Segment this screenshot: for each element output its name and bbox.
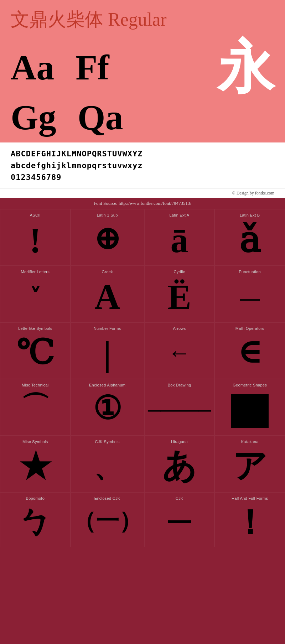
char-display-halffulls: ！ <box>233 506 267 540</box>
char-display-greek: Α <box>94 279 120 315</box>
char-display-enclosed-alpha: ① <box>93 393 122 425</box>
source-info: Font Source: http://www.fontke.com/font/… <box>0 198 285 209</box>
glyph-chinese-yong: 永 <box>217 39 274 96</box>
char-label-bopomofo: Bopomofo <box>26 496 45 500</box>
char-display-misctech: ⌒ <box>21 393 50 421</box>
char-display-latinextb: ǎ <box>239 223 260 258</box>
char-label-misctech: Misc Technical <box>22 383 49 387</box>
digits: 0123456789 <box>11 171 274 183</box>
char-label-cjksymbols: CJK Symbols <box>95 440 119 444</box>
char-label-numberforms: Number Forms <box>94 326 121 331</box>
char-display-enclosedcjk: （一） <box>73 509 142 533</box>
char-cell-miscsymbols: Misc Symbols ★ <box>0 436 71 492</box>
char-label-enclosed-alpha: Enclosed Alphanum <box>89 383 125 387</box>
sample-glyphs-row2: Gg Qa <box>11 100 274 142</box>
char-display-arrows: ← <box>168 341 191 364</box>
char-cell-latin1sup: Latin 1 Sup ⊕ <box>71 209 144 266</box>
alphabet-lower: abcdefghijklmnopqrstuvwxyz <box>11 160 274 171</box>
char-cell-enclosed-alpha: Enclosed Alphanum ① <box>71 379 144 436</box>
char-display-latinexta: ā <box>170 223 188 258</box>
char-cell-greek: Greek Α <box>71 266 144 322</box>
char-cell-enclosedcjk: Enclosed CJK （一） <box>71 492 144 547</box>
char-label-ascii: ASCII <box>30 213 41 217</box>
char-cell-hiragana: Hiragana あ <box>144 436 215 492</box>
char-cell-mathops: Math Operators ∈ <box>214 322 285 379</box>
char-label-hiragana: Hiragana <box>171 440 188 444</box>
char-cell-modifier: Modifier Letters ˅ <box>0 266 71 322</box>
char-label-greek: Greek <box>102 270 113 274</box>
char-grid: ASCII ! Latin 1 Sup ⊕ Latin Ext A ā Lati… <box>0 209 285 547</box>
char-display-geoshapes <box>231 394 269 428</box>
char-display-miscsymbols: ★ <box>19 449 51 485</box>
char-label-latinextb: Latin Ext B <box>240 213 260 217</box>
char-cell-cjksymbols: CJK Symbols 、 <box>71 436 144 492</box>
char-display-letterlike: ℃ <box>16 336 54 370</box>
char-cell-cjk: CJK 一 <box>144 492 215 547</box>
char-display-boxdrawing: ───── <box>148 401 211 419</box>
char-display-latin1sup: ⊕ <box>94 223 120 255</box>
char-label-cjk: CJK <box>176 496 183 500</box>
char-label-punctuation: Punctuation <box>239 270 260 274</box>
char-label-letterlike: Letterlike Symbols <box>18 326 52 331</box>
char-cell-letterlike: Letterlike Symbols ℃ <box>0 322 71 379</box>
char-cell-ascii: ASCII ! <box>0 209 71 266</box>
char-label-geoshapes: Geometric Shapes <box>233 383 267 387</box>
char-display-numberforms: | <box>103 336 111 372</box>
char-label-cyrilic: Cyrilic <box>173 270 185 274</box>
char-cell-boxdrawing: Box Drawing ───── <box>144 379 215 436</box>
glyph-gg: Gg <box>11 100 56 135</box>
char-display-hiragana: あ <box>162 449 197 483</box>
char-display-punctuation: — <box>240 288 260 308</box>
char-cell-latinextb: Latin Ext B ǎ <box>214 209 285 266</box>
char-cell-numberforms: Number Forms | <box>71 322 144 379</box>
char-cell-arrows: Arrows ← <box>144 322 215 379</box>
char-display-mathops: ∈ <box>238 336 262 368</box>
glyph-ff: Ff <box>76 50 109 85</box>
char-cell-bopomofo: Bopomofo ㄅ <box>0 492 71 547</box>
char-cell-latinexta: Latin Ext A ā <box>144 209 215 266</box>
sample-glyphs-row1: Aa Ff 永 <box>11 36 274 100</box>
copyright: © Design by fontke.com <box>0 188 285 198</box>
glyph-qa: Qa <box>78 100 123 135</box>
char-label-enclosedcjk: Enclosed CJK <box>94 496 120 500</box>
char-cell-misctech: Misc Technical ⌒ <box>0 379 71 436</box>
char-display-bopomofo: ㄅ <box>18 506 52 540</box>
alphabet-section: ABCDEFGHIJKLMNOPQRSTUVWXYZ abcdefghijklm… <box>0 142 285 188</box>
char-label-boxdrawing: Box Drawing <box>168 383 191 387</box>
alphabet-upper: ABCDEFGHIJKLMNOPQRSTUVWXYZ <box>11 148 274 160</box>
header-section: 文鼎火柴体 Regular Aa Ff 永 Gg Qa <box>0 0 285 142</box>
char-label-arrows: Arrows <box>173 326 186 331</box>
char-cell-katakana: Katakana ア <box>214 436 285 492</box>
char-label-modifier: Modifier Letters <box>21 270 50 274</box>
char-label-miscsymbols: Misc Symbols <box>22 440 48 444</box>
char-display-ascii: ! <box>29 223 41 258</box>
char-cell-halffulls: Half And Full Forms ！ <box>214 492 285 547</box>
char-display-cjksymbols: 、 <box>94 455 121 481</box>
char-display-katakana: ア <box>233 449 267 483</box>
char-cell-geoshapes: Geometric Shapes <box>214 379 285 436</box>
glyph-aa: Aa <box>11 50 54 85</box>
char-display-cyrilic: Ё <box>167 279 191 315</box>
char-label-katakana: Katakana <box>241 440 259 444</box>
char-label-mathops: Math Operators <box>235 326 264 331</box>
char-label-latin1sup: Latin 1 Sup <box>97 213 118 217</box>
char-display-cjk: 一 <box>167 511 192 536</box>
char-label-halffulls: Half And Full Forms <box>232 496 268 500</box>
char-cell-cyrilic: Cyrilic Ё <box>144 266 215 322</box>
char-cell-punctuation: Punctuation — <box>214 266 285 322</box>
char-display-modifier: ˅ <box>30 286 41 308</box>
font-title: 文鼎火柴体 Regular <box>11 7 274 32</box>
char-label-latinexta: Latin Ext A <box>170 213 190 217</box>
